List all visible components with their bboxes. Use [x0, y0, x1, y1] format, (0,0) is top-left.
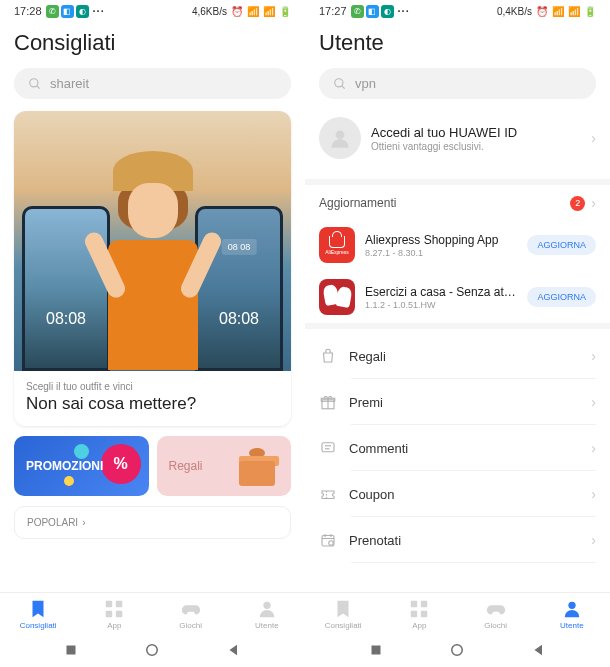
- svg-point-11: [336, 130, 345, 139]
- menu-coupon[interactable]: Coupon ›: [305, 471, 610, 517]
- svg-rect-2: [106, 601, 112, 607]
- nav-app[interactable]: App: [76, 596, 152, 632]
- nav-giochi[interactable]: Giochi: [458, 596, 534, 632]
- more-icon: ···: [398, 5, 410, 17]
- popular-section[interactable]: POPOLARI ›: [14, 506, 291, 539]
- account-login[interactable]: Accedi al tuo HUAWEI ID Ottieni vantaggi…: [319, 111, 596, 165]
- svg-point-23: [329, 541, 334, 546]
- svg-rect-27: [421, 611, 427, 617]
- updates-header[interactable]: Aggiornamenti 2 ›: [305, 179, 610, 219]
- home-button[interactable]: [448, 641, 466, 659]
- promo-card-promozioni[interactable]: % PROMOZIONI: [14, 436, 149, 496]
- chevron-right-icon: ›: [591, 195, 596, 211]
- promo-label: Regali: [169, 459, 203, 473]
- alarm-icon: ⏰: [231, 6, 243, 17]
- svg-rect-4: [106, 611, 112, 617]
- account-subtitle: Ottieni vantaggi esclusivi.: [371, 141, 581, 152]
- whatsapp-icon: ✆: [46, 5, 59, 18]
- search-input[interactable]: vpn: [319, 68, 596, 99]
- hero-subtitle: Scegli il tuo outfit e vinci: [26, 381, 279, 392]
- wifi-icon: 📶: [263, 6, 275, 17]
- svg-rect-29: [371, 646, 380, 655]
- wifi-icon: 📶: [568, 6, 580, 17]
- nav-utente[interactable]: Utente: [534, 596, 610, 632]
- gift-icon: [319, 393, 337, 411]
- update-button[interactable]: AGGIORNA: [527, 287, 596, 307]
- alarm-icon: ⏰: [536, 6, 548, 17]
- page-title: Utente: [305, 22, 610, 68]
- updates-badge: 2: [570, 196, 585, 211]
- bottom-nav: Consigliati App Giochi Utente: [305, 592, 610, 633]
- update-item[interactable]: Esercizi a casa - Senza attrezzature 1.1…: [305, 271, 610, 323]
- promo-label: PROMOZIONI: [26, 459, 103, 473]
- nav-consigliati[interactable]: Consigliati: [305, 596, 381, 632]
- chevron-right-icon: ›: [591, 130, 596, 146]
- search-placeholder: vpn: [355, 76, 376, 91]
- search-input[interactable]: shareit: [14, 68, 291, 99]
- promo-card-regali[interactable]: Regali: [157, 436, 292, 496]
- status-time: 17:28: [14, 5, 42, 17]
- apps-icon: [103, 598, 125, 620]
- whatsapp-icon: ✆: [351, 5, 364, 18]
- svg-line-10: [342, 85, 345, 88]
- svg-point-9: [335, 78, 343, 86]
- screen-utente: 17:27 ✆ ◧ ◐ ··· 0,4KB/s ⏰ 📶 📶 🔋 Utente v…: [305, 0, 610, 667]
- nav-consigliati[interactable]: Consigliati: [0, 596, 76, 632]
- avatar-placeholder: [319, 117, 361, 159]
- svg-rect-25: [421, 601, 427, 607]
- system-nav: [305, 633, 610, 667]
- chevron-right-icon: ›: [591, 440, 596, 456]
- bottom-nav: Consigliati App Giochi Utente: [0, 592, 305, 633]
- signal-icon: 📶: [552, 6, 564, 17]
- network-speed: 4,6KB/s: [192, 6, 227, 17]
- search-placeholder: shareit: [50, 76, 89, 91]
- svg-rect-24: [411, 601, 417, 607]
- nav-app[interactable]: App: [381, 596, 457, 632]
- nav-utente[interactable]: Utente: [229, 596, 305, 632]
- menu-commenti[interactable]: Commenti ›: [305, 425, 610, 471]
- signal-icon: 📶: [247, 6, 259, 17]
- menu-prenotati[interactable]: Prenotati ›: [305, 517, 610, 563]
- home-button[interactable]: [143, 641, 161, 659]
- search-icon: [28, 77, 42, 91]
- gamepad-icon: [485, 598, 507, 620]
- status-bar: 17:27 ✆ ◧ ◐ ··· 0,4KB/s ⏰ 📶 📶 🔋: [305, 0, 610, 22]
- bag-icon: [319, 347, 337, 365]
- chevron-right-icon: ›: [591, 486, 596, 502]
- bookmark-icon: [332, 598, 354, 620]
- chevron-right-icon: ›: [591, 394, 596, 410]
- app-icon: ◐: [381, 5, 394, 18]
- user-icon: [256, 598, 278, 620]
- gamepad-icon: [180, 598, 202, 620]
- apps-icon: [408, 598, 430, 620]
- more-icon: ···: [93, 5, 105, 17]
- network-speed: 0,4KB/s: [497, 6, 532, 17]
- back-button[interactable]: [225, 641, 243, 659]
- app-icon: ◐: [76, 5, 89, 18]
- update-button[interactable]: AGGIORNA: [527, 235, 596, 255]
- menu-premi[interactable]: Premi ›: [305, 379, 610, 425]
- battery-icon: 🔋: [279, 6, 291, 17]
- recent-button[interactable]: [367, 641, 385, 659]
- search-icon: [333, 77, 347, 91]
- menu-regali[interactable]: Regali ›: [305, 333, 610, 379]
- back-button[interactable]: [530, 641, 548, 659]
- chevron-right-icon: ›: [591, 348, 596, 364]
- svg-point-6: [263, 602, 270, 609]
- comment-icon: [319, 439, 337, 457]
- svg-line-1: [37, 85, 40, 88]
- calendar-icon: [319, 531, 337, 549]
- recent-button[interactable]: [62, 641, 80, 659]
- svg-rect-5: [116, 611, 122, 617]
- hero-image: 08:08 08 0808:08: [14, 111, 291, 371]
- svg-point-0: [30, 78, 38, 86]
- hero-card[interactable]: 08:08 08 0808:08 Scegli il tuo outfit e …: [14, 111, 291, 426]
- update-item[interactable]: AliExpress Aliexpress Shopping App 8.27.…: [305, 219, 610, 271]
- chevron-right-icon: ›: [82, 517, 85, 528]
- workout-icon: [319, 279, 355, 315]
- status-bar: 17:28 ✆ ◧ ◐ ··· 4,6KB/s ⏰ 📶 📶 🔋: [0, 0, 305, 22]
- svg-rect-15: [322, 443, 334, 452]
- svg-point-8: [147, 645, 158, 656]
- nav-giochi[interactable]: Giochi: [153, 596, 229, 632]
- chevron-right-icon: ›: [591, 532, 596, 548]
